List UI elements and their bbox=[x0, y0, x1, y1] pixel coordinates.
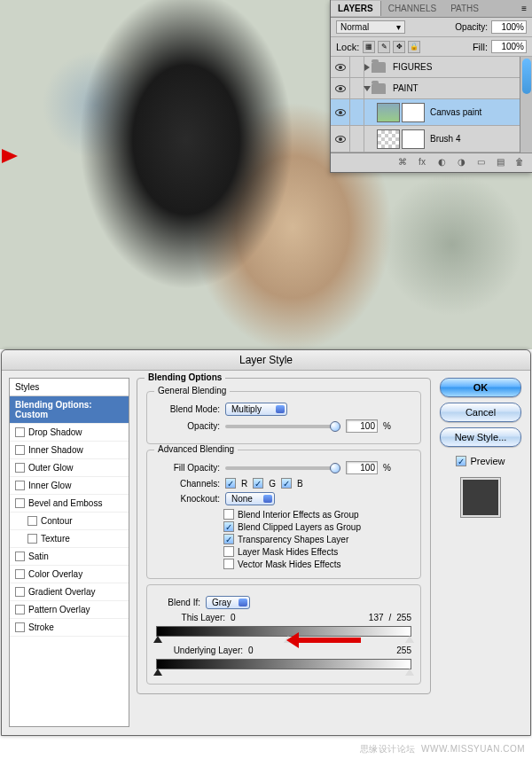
tab-paths[interactable]: PATHS bbox=[443, 1, 486, 16]
style-texture[interactable]: Texture bbox=[10, 530, 129, 548]
blending-options-group: Blending Options General Blending Blend … bbox=[137, 378, 431, 694]
layer-label: Canvas paint bbox=[426, 107, 481, 117]
tab-layers[interactable]: LAYERS bbox=[331, 1, 381, 16]
cancel-button[interactable]: Cancel bbox=[440, 403, 521, 422]
visibility-eye-icon[interactable] bbox=[335, 85, 346, 92]
new-group-icon[interactable]: ▭ bbox=[473, 157, 488, 169]
lock-position-icon[interactable]: ✥ bbox=[393, 41, 405, 53]
preview-swatch bbox=[460, 477, 501, 518]
lock-pixels-icon[interactable]: ✎ bbox=[378, 41, 390, 53]
opacity-slider[interactable] bbox=[225, 425, 340, 428]
transparency-shapes-checkbox[interactable] bbox=[223, 534, 234, 544]
layer-thumbnail[interactable] bbox=[377, 129, 400, 149]
layer-mask-thumbnail[interactable] bbox=[402, 103, 425, 122]
check-label: Blend Clipped Layers as Group bbox=[238, 522, 361, 532]
knockout-label: Knockout: bbox=[156, 494, 220, 504]
fill-opacity-slider[interactable] bbox=[225, 466, 340, 470]
new-layer-icon[interactable]: ▤ bbox=[493, 157, 507, 169]
visibility-eye-icon[interactable] bbox=[335, 136, 346, 143]
fill-opacity-label: Fill Opacity: bbox=[156, 463, 220, 473]
style-inner-glow[interactable]: Inner Glow bbox=[10, 477, 129, 495]
layer-thumbnail[interactable] bbox=[377, 103, 400, 122]
style-bevel-emboss[interactable]: Bevel and Emboss bbox=[10, 495, 129, 513]
this-layer-mid: 137 bbox=[369, 613, 384, 622]
layer-group-paint[interactable]: PAINT bbox=[331, 78, 520, 99]
layer-canvas-paint[interactable]: Canvas paint bbox=[331, 99, 520, 126]
channel-r-checkbox[interactable] bbox=[225, 478, 236, 489]
panel-menu-icon[interactable]: ≡ bbox=[516, 4, 532, 13]
visibility-eye-icon[interactable] bbox=[335, 64, 346, 71]
slider-handle-icon[interactable] bbox=[405, 669, 414, 676]
underlying-low: 0 bbox=[248, 646, 270, 655]
style-contour[interactable]: Contour bbox=[10, 513, 129, 530]
fill-opacity-input[interactable]: 100 bbox=[346, 461, 378, 474]
adjustment-layer-icon[interactable]: ◑ bbox=[454, 157, 468, 169]
opacity-input[interactable]: 100 bbox=[346, 419, 378, 433]
layer-label: FIGURES bbox=[389, 62, 432, 72]
blend-if-select[interactable]: Gray bbox=[206, 596, 250, 609]
style-inner-shadow[interactable]: Inner Shadow bbox=[10, 442, 129, 459]
pct-label: % bbox=[383, 421, 391, 431]
lock-buttons: ▦ ✎ ✥ 🔒 bbox=[363, 41, 420, 53]
style-drop-shadow[interactable]: Drop Shadow bbox=[10, 424, 129, 442]
link-layers-icon[interactable]: ⌘ bbox=[395, 157, 410, 169]
channel-g-checkbox[interactable] bbox=[253, 478, 263, 489]
ok-button[interactable]: OK bbox=[440, 378, 521, 397]
style-gradient-overlay[interactable]: Gradient Overlay bbox=[10, 583, 129, 601]
this-layer-gradient[interactable] bbox=[156, 626, 411, 637]
vector-mask-hides-checkbox[interactable] bbox=[223, 559, 234, 569]
style-satin[interactable]: Satin bbox=[10, 548, 129, 566]
folder-icon bbox=[372, 83, 386, 94]
visibility-eye-icon[interactable] bbox=[335, 109, 346, 116]
blending-options-legend: Blending Options bbox=[145, 372, 225, 382]
layer-style-icon[interactable]: fx bbox=[415, 157, 429, 169]
style-color-overlay[interactable]: Color Overlay bbox=[10, 566, 129, 583]
disclosure-triangle-icon[interactable] bbox=[364, 86, 371, 91]
blend-mode-select[interactable]: Normal▾ bbox=[336, 20, 405, 34]
new-style-button[interactable]: New Style... bbox=[440, 427, 521, 447]
this-layer-low: 0 bbox=[231, 613, 252, 622]
lock-transparency-icon[interactable]: ▦ bbox=[363, 41, 375, 53]
tab-channels[interactable]: CHANNELS bbox=[381, 1, 443, 16]
opacity-input[interactable]: 100% bbox=[491, 20, 527, 34]
scrollbar[interactable] bbox=[520, 57, 532, 153]
this-layer-high: 255 bbox=[396, 613, 411, 622]
blend-if-label: Blend If: bbox=[156, 598, 200, 607]
layers-panel: LAYERS CHANNELS PATHS ≡ Normal▾ Opacity:… bbox=[330, 0, 532, 173]
slider-handle-icon[interactable] bbox=[153, 669, 162, 676]
general-blending-legend: General Blending bbox=[154, 386, 230, 395]
knockout-select[interactable]: None bbox=[225, 492, 275, 505]
dialog-buttons: OK Cancel New Style... Preview bbox=[438, 378, 523, 727]
check-label: Blend Interior Effects as Group bbox=[238, 510, 359, 520]
style-outer-glow[interactable]: Outer Glow bbox=[10, 459, 129, 477]
preview-checkbox[interactable] bbox=[456, 456, 466, 466]
annotation-arrow-icon bbox=[299, 638, 361, 643]
channel-b-checkbox[interactable] bbox=[281, 478, 292, 489]
check-label: Layer Mask Hides Effects bbox=[238, 547, 338, 557]
slider-handle-icon[interactable] bbox=[153, 636, 162, 643]
blend-clipped-checkbox[interactable] bbox=[223, 521, 234, 532]
style-stroke[interactable]: Stroke bbox=[10, 619, 129, 637]
layer-mask-icon[interactable]: ◐ bbox=[434, 157, 449, 169]
styles-header[interactable]: Styles bbox=[10, 379, 129, 396]
style-pattern-overlay[interactable]: Pattern Overlay bbox=[10, 601, 129, 619]
layer-brush-4[interactable]: Brush 4 bbox=[331, 126, 520, 153]
disclosure-triangle-icon[interactable] bbox=[364, 64, 370, 71]
layer-mask-hides-checkbox[interactable] bbox=[223, 546, 234, 557]
slider-handle-icon[interactable] bbox=[405, 636, 414, 643]
document-canvas: LAYERS CHANNELS PATHS ≡ Normal▾ Opacity:… bbox=[0, 0, 532, 349]
blend-interior-checkbox[interactable] bbox=[223, 509, 234, 520]
style-blending-options[interactable]: Blending Options: Custom bbox=[10, 396, 129, 424]
blend-mode-select[interactable]: Multiply bbox=[225, 403, 287, 416]
lock-all-icon[interactable]: 🔒 bbox=[408, 41, 420, 53]
general-blending-group: General Blending Blend Mode: Multiply Op… bbox=[146, 391, 421, 444]
layer-mask-thumbnail[interactable] bbox=[402, 129, 425, 149]
advanced-blending-group: Advanced Blending Fill Opacity: 100 % Ch… bbox=[146, 450, 421, 579]
delete-layer-icon[interactable]: 🗑 bbox=[512, 157, 527, 169]
layer-group-figures[interactable]: FIGURES bbox=[331, 57, 520, 78]
underlying-gradient[interactable] bbox=[156, 659, 411, 669]
fill-input[interactable]: 100% bbox=[491, 40, 527, 53]
layers-footer: ⌘ fx ◐ ◑ ▭ ▤ 🗑 bbox=[331, 153, 532, 172]
lock-label: Lock: bbox=[336, 42, 359, 52]
options-area: Blending Options General Blending Blend … bbox=[137, 378, 431, 727]
